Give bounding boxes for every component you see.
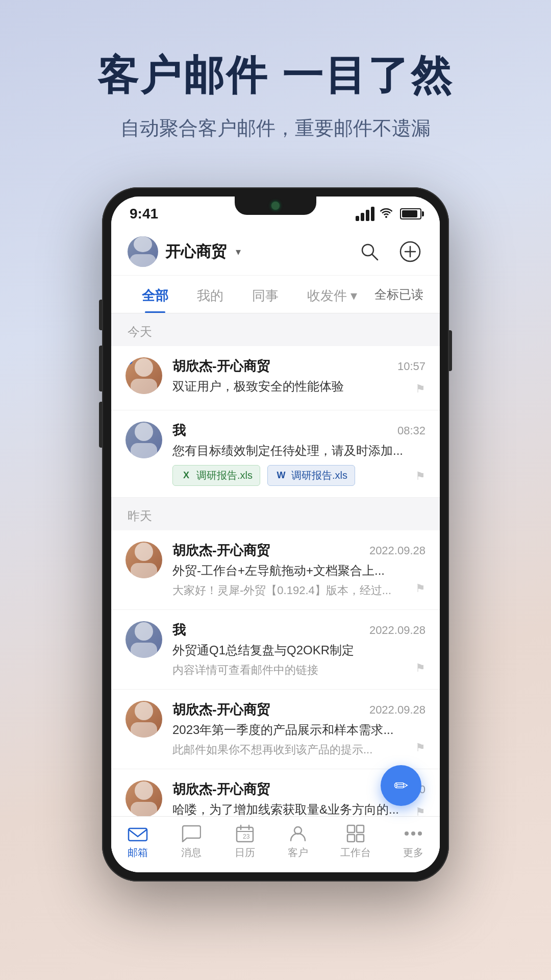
email-sender: 胡欣杰-开心商贸 (172, 780, 270, 798)
flag-icon[interactable]: ⚑ (415, 470, 425, 483)
front-camera (271, 202, 280, 210)
sender-avatar (126, 542, 162, 578)
svg-line-1 (372, 254, 378, 260)
email-subject: 外贸通Q1总结复盘与Q2OKR制定 (172, 642, 425, 658)
email-item[interactable]: 胡欣杰-开心商贸 2022.09.28 2023年第一季度的产品展示和样本需求.… (111, 690, 440, 769)
compose-icon: ✏ (394, 775, 408, 796)
email-subject: 哈喽，为了增加线索获取量&业务方向的... (172, 801, 425, 818)
nav-contacts[interactable]: 客户 (287, 824, 309, 860)
email-time: 2022.09.28 (369, 544, 425, 557)
svg-point-16 (405, 831, 409, 836)
nav-workspace[interactable]: 工作台 (340, 824, 371, 860)
app-bar-right (356, 238, 423, 265)
dropdown-icon[interactable]: ▾ (236, 246, 241, 258)
app-bar: 开心商贸 ▾ (111, 227, 440, 276)
search-button[interactable] (356, 238, 383, 265)
workspace-icon (344, 824, 367, 843)
phone-notch (235, 197, 316, 215)
email-sender: 胡欣杰-开心商贸 (172, 701, 270, 719)
tab-all[interactable]: 全部 (128, 276, 183, 313)
email-preview: 内容详情可查看邮件中的链接 (172, 663, 425, 678)
tab-bar: 全部 我的 同事 收发件 ▾ 全标已读 (111, 276, 440, 313)
silent-button (99, 300, 102, 330)
bottom-nav: 邮箱 消息 (111, 816, 440, 872)
page-title: 客户邮件 一目了然 (41, 51, 510, 100)
company-avatar[interactable] (128, 236, 158, 267)
svg-rect-13 (357, 825, 364, 832)
compose-fab[interactable]: ✏ (381, 765, 421, 806)
email-item[interactable]: 我 08:32 您有目标绩效制定任待处理，请及时添加... X 调研报告.xls (111, 410, 440, 498)
phone-screen: 9:41 (111, 197, 440, 872)
email-time: 2022.09.28 (369, 624, 425, 637)
email-sender: 胡欣杰-开心商贸 (172, 542, 270, 559)
nav-mailbox-label: 邮箱 (128, 846, 148, 860)
excel-icon: X (180, 470, 192, 482)
tab-inbox-outbox[interactable]: 收发件 ▾ (293, 276, 371, 313)
svg-rect-5 (129, 828, 147, 841)
battery-icon (400, 208, 421, 219)
attachment-word[interactable]: W 调研报告.xls (267, 465, 355, 486)
email-item[interactable]: 我 2022.09.28 外贸通Q1总结复盘与Q2OKR制定 内容详情可查看邮件… (111, 610, 440, 690)
email-time: 08:32 (397, 424, 425, 437)
nav-workspace-label: 工作台 (340, 846, 371, 860)
email-sender: 我 (172, 621, 186, 639)
flag-icon[interactable]: ⚑ (415, 662, 425, 675)
email-time: 10:57 (397, 360, 425, 373)
page-subtitle: 自动聚合客户邮件，重要邮件不遗漏 (41, 115, 510, 141)
svg-rect-14 (347, 835, 355, 842)
nav-calendar[interactable]: 23 日历 (234, 824, 256, 860)
email-preview: 大家好！灵犀-外贸【0.192.4】版本，经过... (172, 583, 425, 598)
mailbox-icon (127, 824, 149, 843)
email-sender: 胡欣杰-开心商贸 (172, 357, 270, 375)
email-content: 胡欣杰-开心商贸 2022.09.28 外贸-工作台+左导航拖动+文档聚合上..… (172, 542, 425, 598)
nav-more[interactable]: 更多 (402, 824, 424, 860)
more-icon (402, 824, 424, 843)
attachments: X 调研报告.xls W 调研报告.xls (172, 465, 425, 486)
sender-avatar (126, 357, 162, 394)
svg-text:23: 23 (243, 833, 250, 840)
tab-colleagues[interactable]: 同事 (238, 276, 293, 313)
attachment-excel[interactable]: X 调研报告.xls (172, 465, 260, 486)
sender-avatar (126, 780, 162, 817)
app-bar-left: 开心商贸 ▾ (128, 236, 241, 267)
svg-rect-15 (357, 835, 364, 842)
flag-icon[interactable]: ⚑ (415, 382, 425, 396)
calendar-icon: 23 (234, 824, 256, 843)
tab-mine[interactable]: 我的 (183, 276, 238, 313)
page-header: 客户邮件 一目了然 自动聚合客户邮件，重要邮件不遗漏 (0, 0, 551, 172)
section-yesterday: 昨天 (111, 498, 440, 530)
email-item[interactable]: 胡欣杰-开心商贸 10:57 双证用户，极致安全的性能体验 ⚑ (111, 346, 440, 410)
phone-frame: 9:41 (102, 187, 449, 881)
nav-mailbox[interactable]: 邮箱 (127, 824, 149, 860)
flag-icon[interactable]: ⚑ (415, 741, 425, 754)
email-subject: 双证用户，极致安全的性能体验 (172, 378, 425, 395)
attachment-name: 调研报告.xls (196, 469, 253, 482)
svg-point-18 (418, 831, 422, 836)
sender-avatar (126, 621, 162, 658)
nav-more-label: 更多 (403, 846, 423, 860)
wifi-icon (380, 207, 393, 221)
messages-icon (180, 824, 203, 843)
add-button[interactable] (397, 238, 423, 265)
nav-contacts-label: 客户 (288, 846, 308, 860)
svg-point-17 (411, 831, 415, 836)
volume-down-button (99, 402, 102, 448)
attachment-name: 调研报告.xls (291, 469, 347, 482)
volume-up-button (99, 346, 102, 391)
flag-icon[interactable]: ⚑ (415, 582, 425, 595)
email-subject: 2023年第一季度的产品展示和样本需求... (172, 722, 425, 738)
mark-all-read-button[interactable]: 全标已读 (374, 286, 423, 303)
email-subject: 您有目标绩效制定任待处理，请及时添加... (172, 443, 425, 459)
email-item[interactable]: 胡欣杰-开心商贸 2022.09.28 外贸-工作台+左导航拖动+文档聚合上..… (111, 530, 440, 610)
status-icons (356, 207, 421, 221)
nav-messages[interactable]: 消息 (180, 824, 203, 860)
email-content: 胡欣杰-开心商贸 2022.09.28 2023年第一季度的产品展示和样本需求.… (172, 701, 425, 757)
power-button (449, 330, 452, 371)
section-today: 今天 (111, 313, 440, 346)
email-content: 胡欣杰-开心商贸 10:57 双证用户，极致安全的性能体验 (172, 357, 425, 399)
nav-calendar-label: 日历 (235, 846, 255, 860)
email-content: 我 08:32 您有目标绩效制定任待处理，请及时添加... X 调研报告.xls (172, 422, 425, 486)
word-icon: W (275, 470, 287, 482)
email-subject: 外贸-工作台+左导航拖动+文档聚合上... (172, 562, 425, 579)
email-preview: 此邮件如果你不想再收到该产品的提示... (172, 742, 425, 757)
